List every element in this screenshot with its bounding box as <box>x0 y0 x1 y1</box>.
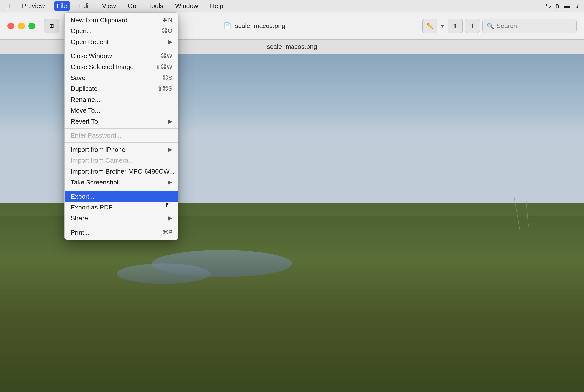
menu-item-close-selected-image[interactable]: Close Selected Image ⇧⌘W <box>65 62 178 72</box>
bluetooth-icon: ₿ <box>556 3 559 10</box>
menu-bar-view[interactable]: View <box>99 1 118 11</box>
separator-5 <box>65 225 178 225</box>
menu-item-take-screenshot-label: Take Screenshot <box>71 178 168 186</box>
menu-item-new-from-clipboard-label: New from Clipboard <box>71 16 162 24</box>
menu-item-open-recent[interactable]: Open Recent ▶ <box>65 36 178 47</box>
menu-item-revert-to[interactable]: Revert To ▶ <box>65 116 178 127</box>
menu-item-move-to[interactable]: Move To... <box>65 105 178 116</box>
menu-bar-preview[interactable]: Preview <box>19 1 47 11</box>
menu-item-import-from-camera-label: Import from Camera... <box>71 157 172 164</box>
menu-item-close-window[interactable]: Close Window ⌘W <box>65 50 178 62</box>
menu-item-open[interactable]: Open... ⌘O <box>65 26 178 36</box>
menu-item-close-window-shortcut: ⌘W <box>161 52 172 60</box>
menu-item-import-from-iphone[interactable]: Import from iPhone ▶ <box>65 144 178 155</box>
menu-item-share[interactable]: Share ▶ <box>65 213 178 224</box>
separator-2 <box>65 128 178 128</box>
menu-item-duplicate-shortcut: ⇧⌘S <box>157 85 172 92</box>
menu-bar-file[interactable]: File <box>54 1 70 11</box>
view-toggle-button[interactable]: ⊞ <box>44 19 59 33</box>
menu-item-enter-password: Enter Password... <box>65 130 178 141</box>
menu-bar-tools[interactable]: Tools <box>146 1 166 11</box>
file-icon: 📄 <box>223 22 231 30</box>
menu-item-export[interactable]: Export... <box>65 191 178 202</box>
menu-item-open-recent-label: Open Recent <box>71 38 168 46</box>
menu-item-share-arrow: ▶ <box>168 215 172 222</box>
separator-1 <box>65 49 178 49</box>
menu-bar-help[interactable]: Help <box>207 1 226 11</box>
menu-item-save[interactable]: Save ⌘S <box>65 72 178 83</box>
share-icon: ⬆ <box>453 23 457 29</box>
separator-4 <box>65 189 178 190</box>
menu-bar:  Preview File Edit View Go Tools Window… <box>0 0 584 12</box>
menu-item-revert-to-label: Revert To <box>71 118 168 125</box>
menu-item-close-selected-image-label: Close Selected Image <box>71 63 156 71</box>
menu-item-new-from-clipboard-shortcut: ⌘N <box>162 16 172 24</box>
menu-bar-window[interactable]: Window <box>173 1 200 11</box>
menu-item-save-shortcut: ⌘S <box>162 74 172 81</box>
menu-item-share-label: Share <box>71 214 168 222</box>
menu-item-print-label: Print... <box>71 228 162 236</box>
menu-item-rename-label: Rename... <box>71 96 172 104</box>
menu-item-duplicate-label: Duplicate <box>71 85 157 92</box>
menu-item-close-window-label: Close Window <box>71 52 161 60</box>
menu-item-open-label: Open... <box>71 27 162 35</box>
menu-item-print-shortcut: ⌘P <box>162 229 172 236</box>
send-icon: ⬆ <box>470 23 475 29</box>
sidebar-icon: ⊞ <box>49 23 54 29</box>
window-controls <box>8 22 35 30</box>
menu-item-import-from-iphone-label: Import from iPhone <box>71 146 168 154</box>
menu-bar-right: 🛡 ₿ ▬ ≋ <box>546 3 579 10</box>
search-box[interactable]: 🔍 <box>482 19 576 33</box>
menu-item-export-label: Export... <box>71 193 172 200</box>
subtitle-filename: scale_macos.png <box>267 43 317 50</box>
separator-3 <box>65 142 178 143</box>
menu-item-take-screenshot[interactable]: Take Screenshot ▶ <box>65 177 178 188</box>
menu-item-new-from-clipboard[interactable]: New from Clipboard ⌘N <box>65 14 178 26</box>
menu-item-enter-password-label: Enter Password... <box>71 132 172 140</box>
search-icon: 🔍 <box>487 22 494 30</box>
menu-item-open-recent-arrow: ▶ <box>168 39 172 45</box>
apple-menu[interactable]:  <box>5 1 13 11</box>
menu-item-import-from-camera: Import from Camera... <box>65 155 178 166</box>
toolbar-actions: ✏️ ▼ ⬆ ⬆ 🔍 <box>422 19 576 33</box>
svg-point-3 <box>117 264 210 284</box>
close-button[interactable] <box>8 22 14 30</box>
menu-item-revert-to-arrow: ▶ <box>168 118 172 124</box>
menu-item-take-screenshot-arrow: ▶ <box>168 179 172 186</box>
menu-item-rename[interactable]: Rename... <box>65 94 178 105</box>
menu-item-save-label: Save <box>71 74 162 82</box>
share-toolbar-button[interactable]: ⬆ <box>448 19 463 33</box>
menu-item-import-from-iphone-arrow: ▶ <box>168 146 172 153</box>
pencil-icon: ✏️ <box>427 23 433 29</box>
wifi-icon: ≋ <box>574 3 579 10</box>
menu-item-print[interactable]: Print... ⌘P <box>65 227 178 238</box>
menu-item-export-as-pdf[interactable]: Export as PDF... <box>65 202 178 213</box>
menu-bar-edit[interactable]: Edit <box>77 1 93 11</box>
file-dropdown-menu: New from Clipboard ⌘N Open... ⌘O Open Re… <box>65 12 178 240</box>
menu-item-open-shortcut: ⌘O <box>162 28 172 34</box>
battery-icon: ▬ <box>564 3 570 10</box>
search-input[interactable] <box>496 22 572 30</box>
menu-item-import-from-brother-label: Import from Brother MFC-6490CW... <box>71 168 174 175</box>
maximize-button[interactable] <box>28 22 35 30</box>
minimize-button[interactable] <box>18 22 25 30</box>
send-button[interactable]: ⬆ <box>465 19 480 33</box>
shield-icon: 🛡 <box>546 3 552 10</box>
menu-item-close-selected-image-shortcut: ⇧⌘W <box>156 64 172 70</box>
menu-item-duplicate[interactable]: Duplicate ⇧⌘S <box>65 83 178 94</box>
menu-item-move-to-label: Move To... <box>71 107 172 114</box>
menu-item-export-as-pdf-label: Export as PDF... <box>71 204 172 211</box>
window-title-text: scale_macos.png <box>235 22 285 30</box>
markup-button[interactable]: ✏️ <box>422 19 437 33</box>
menu-bar-go[interactable]: Go <box>125 1 139 11</box>
menu-item-import-from-brother[interactable]: Import from Brother MFC-6490CW... <box>65 166 178 177</box>
